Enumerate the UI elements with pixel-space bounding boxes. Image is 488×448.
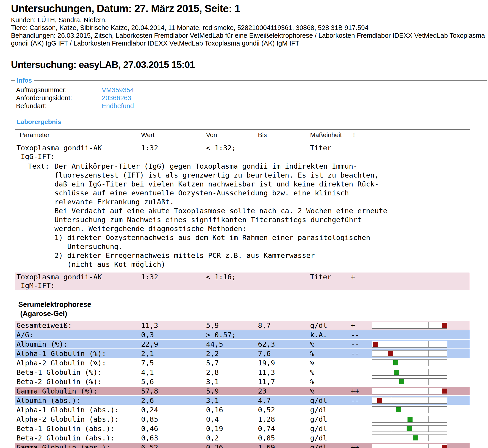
param-cell: Alpha-2 Globulin (abs.): xyxy=(16,415,119,424)
range-bar xyxy=(372,378,447,385)
range-bar xyxy=(372,322,447,329)
von-cell: 0,2 xyxy=(206,434,219,442)
flag-cell: + xyxy=(351,321,355,330)
unit-cell: g/dl xyxy=(310,405,327,414)
von-cell: 3,1 xyxy=(206,377,219,386)
wert-cell: 7,5 xyxy=(141,359,154,367)
flag-cell: ++ xyxy=(351,387,359,395)
flag-cell: -- xyxy=(351,330,359,339)
range-marker xyxy=(408,417,413,422)
table-header: Parameter Wert Von Bis Maßeinheit ! xyxy=(15,129,470,140)
range-bar xyxy=(372,416,447,423)
wert-cell: 0,85 xyxy=(141,415,158,424)
range-bar xyxy=(372,360,447,366)
von-cell: 5,9 xyxy=(206,321,219,330)
range-tick xyxy=(391,360,391,366)
col-von: Von xyxy=(206,131,217,139)
text-content: Der Antikörper-Titer (IgG) gegen Toxopla… xyxy=(55,162,470,269)
wert-cell: 1:32 xyxy=(141,272,158,281)
von-cell: 44,5 xyxy=(206,340,223,348)
lab-row: Alpha-2 Globulin (%):7,55,719,9% xyxy=(15,359,470,367)
lab-row: Gamma Globulin (%):57,85,923%++ xyxy=(15,387,470,395)
bis-cell: 23 xyxy=(258,387,266,395)
wert-cell: 0,3 xyxy=(141,330,154,339)
lab-row: Beta-1 Globulin (abs.):0,460,190,74g/dl xyxy=(15,424,470,433)
wert-cell: 0,46 xyxy=(141,424,158,433)
param-cell: Alpha-1 Globulin (%): xyxy=(16,349,106,358)
bis-cell: 4,7 xyxy=(258,396,271,405)
range-bar xyxy=(372,341,447,348)
lab-row: Albumin (abs.):2,63,14,7g/dl-- xyxy=(15,396,470,405)
range-marker xyxy=(394,370,399,375)
infos-legend: Infos xyxy=(15,77,34,84)
von-cell: 0,36 xyxy=(206,443,223,448)
unit-cell: % xyxy=(310,377,315,386)
bis-cell: 0,52 xyxy=(258,405,275,414)
info-value: VM359354 xyxy=(102,86,134,94)
von-cell: 0,19 xyxy=(206,424,223,433)
info-label: Anforderungsident: xyxy=(16,94,102,102)
range-tick xyxy=(391,379,391,385)
range-bar xyxy=(372,406,447,413)
wert-cell: 4,1 xyxy=(141,368,154,377)
treatments-line: Behandlungen: 26.03.2015, Zitsch, Labork… xyxy=(11,32,487,47)
infos-rows: Auftragsnummer: VM359354 Anforderungside… xyxy=(11,86,487,110)
range-bar xyxy=(372,425,447,432)
flag-cell: -- xyxy=(351,349,359,358)
flag-cell: ++ xyxy=(351,443,359,448)
param-cell: Beta-2 Globulin (%): xyxy=(16,377,102,386)
bis-cell: 1,69 xyxy=(258,443,275,448)
lab-fieldset: Laborergebnis Parameter Wert Von Bis Maß… xyxy=(11,118,487,448)
info-row-anforderungsident: Anforderungsident: 20366263 xyxy=(11,94,487,102)
range-bar xyxy=(372,397,447,404)
param-cell: Gamma Globulin (%): xyxy=(16,387,98,395)
lab-row: Alpha-1 Globulin (abs.):0,240,160,52g/dl xyxy=(15,405,470,414)
von-cell: 5,7 xyxy=(206,359,219,367)
lab-legend: Laborergebnis xyxy=(15,118,63,126)
wert-cell: 2,6 xyxy=(141,396,154,405)
lab-row: Alpha-2 Globulin (abs.):0,850,41,28g/dl xyxy=(15,415,470,424)
animal-line: Tiere: Carlsson, Katze, Sibirische Katze… xyxy=(11,24,487,32)
range-tick xyxy=(428,379,429,385)
text-row: Text:Der Antikörper-Titer (IgG) gegen To… xyxy=(15,162,470,271)
unit-cell: % xyxy=(310,340,315,348)
lab-legend-row: Laborergebnis xyxy=(11,118,487,126)
range-marker xyxy=(442,445,447,448)
range-tick xyxy=(428,351,429,356)
lab-row: Alpha-1 Globulin (%):2,12,27,6%-- xyxy=(15,349,470,358)
unit-cell: % xyxy=(310,359,315,367)
customer-line: Kunden: LÜTH, Sandra, Niefern, xyxy=(11,16,487,24)
range-marker xyxy=(396,407,401,412)
range-tick xyxy=(428,360,429,366)
unit-cell: % xyxy=(310,349,315,358)
lab-report-page: Untersuchungen, Datum: 27. März 2015, Se… xyxy=(0,0,488,448)
unit-cell: g/dl xyxy=(310,321,327,330)
info-label: Auftragsnummer: xyxy=(16,86,102,94)
range-tick xyxy=(391,426,391,432)
info-value: Endbefund xyxy=(102,102,134,110)
von-cell: 2,8 xyxy=(206,368,219,377)
lab-row: Toxoplasma gondii-AK IgG-IFT:1:32< 1:32;… xyxy=(15,144,470,161)
unit-cell: Titer xyxy=(310,272,331,281)
range-tick xyxy=(428,341,429,347)
range-marker xyxy=(407,426,412,431)
range-tick xyxy=(428,322,429,328)
info-value: 20366263 xyxy=(102,94,131,102)
unit-cell: g/dl xyxy=(310,434,327,442)
wert-cell: 0,24 xyxy=(141,405,158,414)
lab-row: Beta-1 Globulin (%):4,12,811,3% xyxy=(15,368,470,377)
spacer-row xyxy=(15,290,470,294)
range-tick xyxy=(428,397,429,403)
patient-meta: Kunden: LÜTH, Sandra, Niefern, Tiere: Ca… xyxy=(11,16,487,47)
unit-cell: g/dl xyxy=(310,415,327,424)
section-header: Serumelektrophorese (Agarose-Gel) xyxy=(15,294,470,321)
results-table: Parameter Wert Von Bis Maßeinheit ! Toxo… xyxy=(15,129,470,448)
von-cell: < 1:16; xyxy=(206,272,236,281)
range-tick xyxy=(391,416,391,422)
von-cell: 2,2 xyxy=(206,349,219,358)
legend-stub-line xyxy=(11,80,15,81)
lab-row: Beta-2 Globulin (%):5,63,111,7% xyxy=(15,377,470,386)
bis-cell: 62,3 xyxy=(258,340,275,348)
bis-cell: 0,74 xyxy=(258,424,275,433)
infos-legend-row: Infos xyxy=(11,77,487,84)
